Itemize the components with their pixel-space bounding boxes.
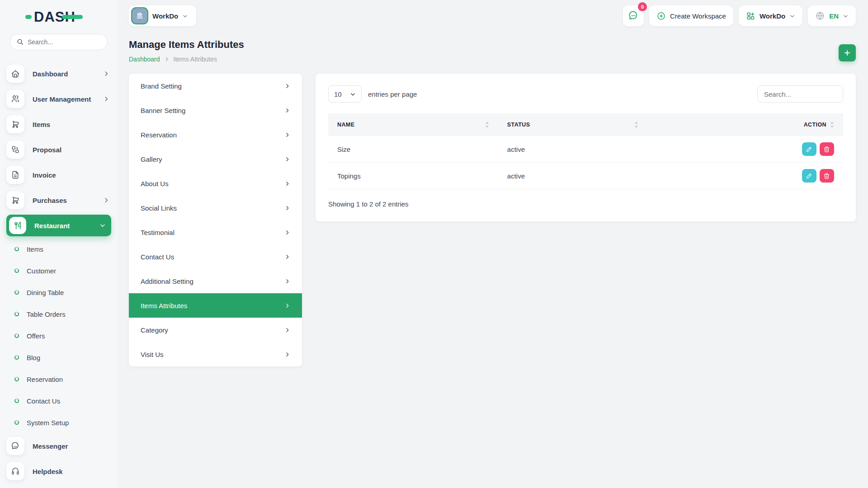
sidebar-search-input[interactable] [28,38,101,46]
settings-item-label: Items Attributes [141,302,187,310]
brand-logo[interactable]: DASH [25,10,118,24]
proposal-icon [6,141,24,159]
circle-bullet-icon [14,355,19,360]
workspace-avatar [131,7,148,24]
sidebar: DASH Dashboard User Management [0,0,118,488]
logo-accent-bar-icon [62,15,83,19]
table-row: Size active [328,136,843,163]
circle-bullet-icon [14,333,19,338]
sidebar-subitem-blog[interactable]: Blog [0,347,118,368]
cell-name: Topings [328,172,498,180]
settings-item-gallery[interactable]: Gallery [129,147,302,171]
workdo-apps-label: WorkDo [760,12,785,20]
chevron-right-icon [284,181,290,187]
sidebar-item-proposal[interactable]: Proposal [0,137,118,162]
circle-bullet-icon [14,290,19,295]
page-header-text: Manage Items Attributes Dashboard Items … [129,39,244,63]
pencil-icon [806,173,812,179]
settings-item-visit-us[interactable]: Visit Us [129,342,302,366]
column-header-status[interactable]: STATUS [498,122,647,128]
sidebar-nav: Dashboard User Management Items [0,61,118,484]
sidebar-subitem-label: Table Orders [27,310,66,318]
circle-bullet-icon [14,247,19,251]
sidebar-subitem-customer[interactable]: Customer [0,260,118,282]
sidebar-item-label: Proposal [33,146,109,154]
column-header-label: ACTION [804,122,826,128]
sort-icon[interactable] [830,122,834,128]
sidebar-item-helpdesk[interactable]: Helpdesk [0,459,118,484]
sidebar-item-invoice[interactable]: Invoice [0,162,118,188]
delete-button[interactable] [820,169,834,183]
entries-per-page-select[interactable]: 10 [328,85,362,103]
sidebar-item-label: Dashboard [33,70,103,78]
sidebar-item-purchases[interactable]: Purchases [0,188,118,213]
breadcrumb-separator-icon [164,56,170,62]
edit-button[interactable] [802,142,816,156]
circle-bullet-icon [14,268,19,273]
settings-item-label: Visit Us [141,351,164,358]
chat-bubble-icon [6,437,24,455]
edit-button[interactable] [802,169,816,183]
settings-item-contact-us[interactable]: Contact Us [129,244,302,269]
cell-status: active [498,145,647,153]
settings-item-brand-setting[interactable]: Brand Setting [129,74,302,98]
breadcrumb-dashboard-link[interactable]: Dashboard [129,56,160,63]
column-header-name[interactable]: NAME [328,122,498,128]
sidebar-item-restaurant[interactable]: Restaurant [6,215,111,236]
sidebar-item-user-management[interactable]: User Management [0,86,118,112]
sidebar-subitem-label: Offers [27,332,45,340]
sidebar-item-label: Helpdesk [33,468,109,475]
chevron-right-icon [284,278,290,284]
chevron-down-icon [182,13,188,19]
sidebar-item-label: Purchases [33,197,103,204]
chevron-right-icon [284,254,290,260]
sort-icon[interactable] [485,122,489,128]
settings-item-banner-setting[interactable]: Banner Setting [129,98,302,122]
workspace-selector[interactable]: WorkDo [129,5,196,26]
sidebar-subitem-system-setup[interactable]: System Setup [0,412,118,433]
pencil-icon [806,146,812,153]
settings-item-label: Reservation [141,131,177,139]
sidebar-subitem-contact-us[interactable]: Contact Us [0,390,118,412]
settings-item-about-us[interactable]: About Us [129,171,302,196]
chevron-right-icon [284,230,290,235]
sidebar-subitem-dining-table[interactable]: Dining Table [0,282,118,303]
sidebar-subitem-offers[interactable]: Offers [0,325,118,347]
delete-button[interactable] [820,142,834,156]
settings-item-items-attributes[interactable]: Items Attributes [129,293,302,318]
sidebar-subitem-label: Customer [27,267,56,275]
sidebar-item-label: Invoice [33,171,109,179]
language-selector[interactable]: EN [808,5,856,26]
chevron-down-icon [843,13,849,19]
main-area: WorkDo 0 Create Workspace [118,0,868,488]
restaurant-icon [9,217,26,234]
settings-item-testimonial[interactable]: Testimonial [129,220,302,244]
cell-actions [647,142,843,156]
settings-item-label: Social Links [141,204,177,212]
topbar-actions: 0 Create Workspace WorkDo [623,5,856,26]
messages-button[interactable]: 0 [623,5,644,26]
column-header-action[interactable]: ACTION [647,122,843,128]
table-search-input[interactable] [757,85,843,103]
sidebar-item-items[interactable]: Items [0,112,118,137]
sidebar-search [10,34,108,50]
create-workspace-button[interactable]: Create Workspace [649,5,733,26]
sidebar-subitem-reservation[interactable]: Reservation [0,368,118,390]
sidebar-subitem-items[interactable]: Items [0,238,118,260]
sidebar-subitem-table-orders[interactable]: Table Orders [0,303,118,325]
settings-item-category[interactable]: Category [129,318,302,342]
circle-bullet-icon [14,399,19,403]
settings-item-reservation[interactable]: Reservation [129,122,302,147]
sidebar-item-dashboard[interactable]: Dashboard [0,61,118,86]
breadcrumb-current: Items Attributes [174,56,217,63]
settings-item-social-links[interactable]: Social Links [129,196,302,220]
trash-icon [823,146,830,153]
settings-item-additional-setting[interactable]: Additional Setting [129,269,302,293]
sidebar-item-messenger[interactable]: Messenger [0,433,118,459]
page-title: Manage Items Attributes [129,39,244,51]
sort-icon[interactable] [634,122,638,128]
add-attribute-button[interactable]: + [839,44,856,61]
workdo-apps-menu[interactable]: WorkDo [739,5,802,26]
users-icon [6,90,24,108]
sidebar-subitem-label: Contact Us [27,397,60,405]
